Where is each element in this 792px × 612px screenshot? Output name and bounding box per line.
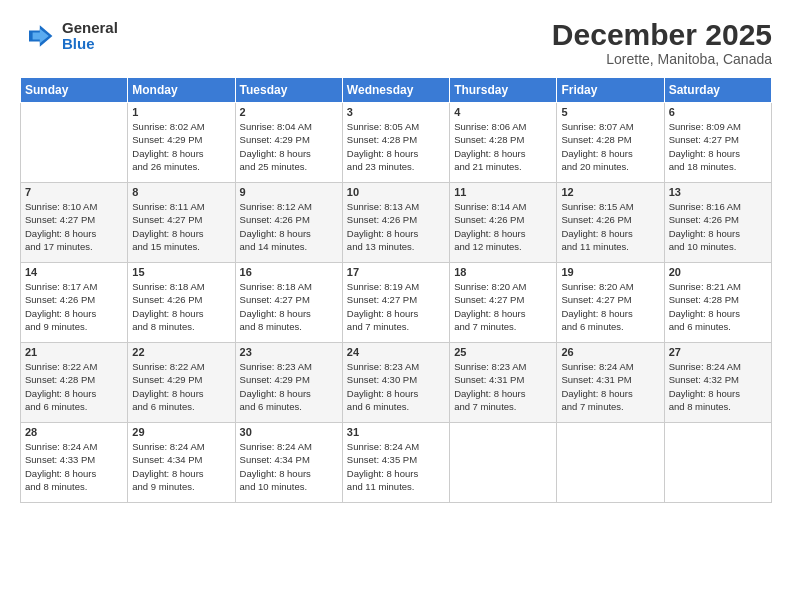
- day-info: Sunrise: 8:13 AM Sunset: 4:26 PM Dayligh…: [347, 200, 445, 253]
- day-info: Sunrise: 8:05 AM Sunset: 4:28 PM Dayligh…: [347, 120, 445, 173]
- day-info: Sunrise: 8:16 AM Sunset: 4:26 PM Dayligh…: [669, 200, 767, 253]
- day-number: 20: [669, 266, 767, 278]
- table-row: 19Sunrise: 8:20 AM Sunset: 4:27 PM Dayli…: [557, 263, 664, 343]
- week-row-2: 7Sunrise: 8:10 AM Sunset: 4:27 PM Daylig…: [21, 183, 772, 263]
- table-row: 3Sunrise: 8:05 AM Sunset: 4:28 PM Daylig…: [342, 103, 449, 183]
- day-number: 21: [25, 346, 123, 358]
- day-number: 22: [132, 346, 230, 358]
- day-info: Sunrise: 8:22 AM Sunset: 4:28 PM Dayligh…: [25, 360, 123, 413]
- day-number: 5: [561, 106, 659, 118]
- day-info: Sunrise: 8:17 AM Sunset: 4:26 PM Dayligh…: [25, 280, 123, 333]
- col-wednesday: Wednesday: [342, 78, 449, 103]
- day-number: 3: [347, 106, 445, 118]
- day-info: Sunrise: 8:24 AM Sunset: 4:31 PM Dayligh…: [561, 360, 659, 413]
- day-info: Sunrise: 8:22 AM Sunset: 4:29 PM Dayligh…: [132, 360, 230, 413]
- day-info: Sunrise: 8:24 AM Sunset: 4:32 PM Dayligh…: [669, 360, 767, 413]
- table-row: 21Sunrise: 8:22 AM Sunset: 4:28 PM Dayli…: [21, 343, 128, 423]
- day-number: 7: [25, 186, 123, 198]
- day-info: Sunrise: 8:15 AM Sunset: 4:26 PM Dayligh…: [561, 200, 659, 253]
- day-number: 29: [132, 426, 230, 438]
- day-number: 15: [132, 266, 230, 278]
- table-row: 13Sunrise: 8:16 AM Sunset: 4:26 PM Dayli…: [664, 183, 771, 263]
- table-row: [557, 423, 664, 503]
- day-info: Sunrise: 8:11 AM Sunset: 4:27 PM Dayligh…: [132, 200, 230, 253]
- logo-general-text: General: [62, 20, 118, 37]
- table-row: 12Sunrise: 8:15 AM Sunset: 4:26 PM Dayli…: [557, 183, 664, 263]
- table-row: 14Sunrise: 8:17 AM Sunset: 4:26 PM Dayli…: [21, 263, 128, 343]
- day-info: Sunrise: 8:23 AM Sunset: 4:31 PM Dayligh…: [454, 360, 552, 413]
- day-info: Sunrise: 8:06 AM Sunset: 4:28 PM Dayligh…: [454, 120, 552, 173]
- table-row: 11Sunrise: 8:14 AM Sunset: 4:26 PM Dayli…: [450, 183, 557, 263]
- table-row: 26Sunrise: 8:24 AM Sunset: 4:31 PM Dayli…: [557, 343, 664, 423]
- week-row-4: 21Sunrise: 8:22 AM Sunset: 4:28 PM Dayli…: [21, 343, 772, 423]
- week-row-5: 28Sunrise: 8:24 AM Sunset: 4:33 PM Dayli…: [21, 423, 772, 503]
- table-row: 31Sunrise: 8:24 AM Sunset: 4:35 PM Dayli…: [342, 423, 449, 503]
- table-row: 30Sunrise: 8:24 AM Sunset: 4:34 PM Dayli…: [235, 423, 342, 503]
- day-info: Sunrise: 8:24 AM Sunset: 4:34 PM Dayligh…: [240, 440, 338, 493]
- table-row: 16Sunrise: 8:18 AM Sunset: 4:27 PM Dayli…: [235, 263, 342, 343]
- table-row: 28Sunrise: 8:24 AM Sunset: 4:33 PM Dayli…: [21, 423, 128, 503]
- day-info: Sunrise: 8:23 AM Sunset: 4:29 PM Dayligh…: [240, 360, 338, 413]
- day-number: 1: [132, 106, 230, 118]
- month-title: December 2025: [552, 18, 772, 51]
- day-info: Sunrise: 8:23 AM Sunset: 4:30 PM Dayligh…: [347, 360, 445, 413]
- table-row: 27Sunrise: 8:24 AM Sunset: 4:32 PM Dayli…: [664, 343, 771, 423]
- table-row: [450, 423, 557, 503]
- table-row: 29Sunrise: 8:24 AM Sunset: 4:34 PM Dayli…: [128, 423, 235, 503]
- day-info: Sunrise: 8:20 AM Sunset: 4:27 PM Dayligh…: [561, 280, 659, 333]
- day-info: Sunrise: 8:21 AM Sunset: 4:28 PM Dayligh…: [669, 280, 767, 333]
- day-info: Sunrise: 8:12 AM Sunset: 4:26 PM Dayligh…: [240, 200, 338, 253]
- col-sunday: Sunday: [21, 78, 128, 103]
- day-number: 18: [454, 266, 552, 278]
- day-info: Sunrise: 8:04 AM Sunset: 4:29 PM Dayligh…: [240, 120, 338, 173]
- title-block: December 2025 Lorette, Manitoba, Canada: [552, 18, 772, 67]
- page: General Blue December 2025 Lorette, Mani…: [0, 0, 792, 612]
- day-number: 8: [132, 186, 230, 198]
- day-number: 23: [240, 346, 338, 358]
- col-saturday: Saturday: [664, 78, 771, 103]
- calendar-header-row: Sunday Monday Tuesday Wednesday Thursday…: [21, 78, 772, 103]
- table-row: 2Sunrise: 8:04 AM Sunset: 4:29 PM Daylig…: [235, 103, 342, 183]
- location: Lorette, Manitoba, Canada: [552, 51, 772, 67]
- day-number: 30: [240, 426, 338, 438]
- day-info: Sunrise: 8:10 AM Sunset: 4:27 PM Dayligh…: [25, 200, 123, 253]
- col-thursday: Thursday: [450, 78, 557, 103]
- day-number: 19: [561, 266, 659, 278]
- table-row: 23Sunrise: 8:23 AM Sunset: 4:29 PM Dayli…: [235, 343, 342, 423]
- day-number: 17: [347, 266, 445, 278]
- week-row-3: 14Sunrise: 8:17 AM Sunset: 4:26 PM Dayli…: [21, 263, 772, 343]
- table-row: 20Sunrise: 8:21 AM Sunset: 4:28 PM Dayli…: [664, 263, 771, 343]
- table-row: 5Sunrise: 8:07 AM Sunset: 4:28 PM Daylig…: [557, 103, 664, 183]
- day-info: Sunrise: 8:24 AM Sunset: 4:35 PM Dayligh…: [347, 440, 445, 493]
- day-number: 25: [454, 346, 552, 358]
- table-row: 17Sunrise: 8:19 AM Sunset: 4:27 PM Dayli…: [342, 263, 449, 343]
- logo-blue-text: Blue: [62, 36, 118, 53]
- day-number: 14: [25, 266, 123, 278]
- day-number: 6: [669, 106, 767, 118]
- header: General Blue December 2025 Lorette, Mani…: [20, 18, 772, 67]
- table-row: [664, 423, 771, 503]
- logo: General Blue: [20, 18, 118, 54]
- day-number: 31: [347, 426, 445, 438]
- table-row: [21, 103, 128, 183]
- day-number: 27: [669, 346, 767, 358]
- day-number: 10: [347, 186, 445, 198]
- day-info: Sunrise: 8:09 AM Sunset: 4:27 PM Dayligh…: [669, 120, 767, 173]
- day-number: 12: [561, 186, 659, 198]
- table-row: 6Sunrise: 8:09 AM Sunset: 4:27 PM Daylig…: [664, 103, 771, 183]
- day-info: Sunrise: 8:24 AM Sunset: 4:34 PM Dayligh…: [132, 440, 230, 493]
- day-number: 4: [454, 106, 552, 118]
- table-row: 10Sunrise: 8:13 AM Sunset: 4:26 PM Dayli…: [342, 183, 449, 263]
- table-row: 15Sunrise: 8:18 AM Sunset: 4:26 PM Dayli…: [128, 263, 235, 343]
- day-number: 9: [240, 186, 338, 198]
- table-row: 24Sunrise: 8:23 AM Sunset: 4:30 PM Dayli…: [342, 343, 449, 423]
- day-info: Sunrise: 8:20 AM Sunset: 4:27 PM Dayligh…: [454, 280, 552, 333]
- table-row: 4Sunrise: 8:06 AM Sunset: 4:28 PM Daylig…: [450, 103, 557, 183]
- col-tuesday: Tuesday: [235, 78, 342, 103]
- table-row: 8Sunrise: 8:11 AM Sunset: 4:27 PM Daylig…: [128, 183, 235, 263]
- calendar: Sunday Monday Tuesday Wednesday Thursday…: [20, 77, 772, 503]
- day-number: 28: [25, 426, 123, 438]
- day-info: Sunrise: 8:19 AM Sunset: 4:27 PM Dayligh…: [347, 280, 445, 333]
- day-number: 11: [454, 186, 552, 198]
- table-row: 7Sunrise: 8:10 AM Sunset: 4:27 PM Daylig…: [21, 183, 128, 263]
